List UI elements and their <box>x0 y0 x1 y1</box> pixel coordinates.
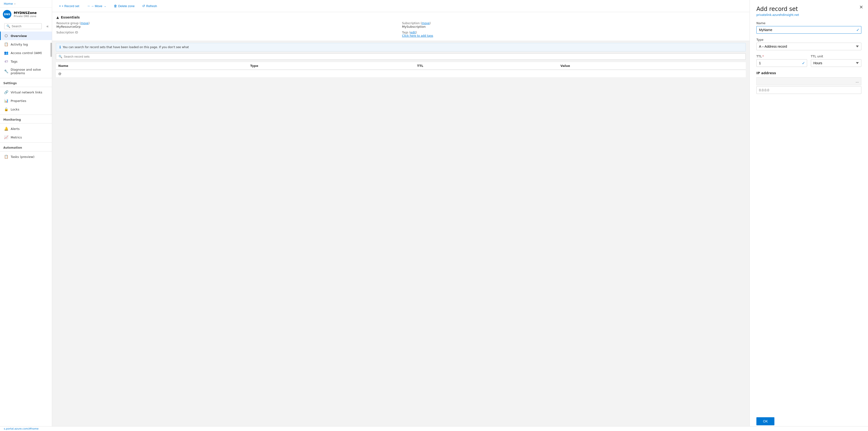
avatar: DNS <box>3 10 11 19</box>
ttl-check-icon: ✓ <box>802 61 805 65</box>
name-check-icon: ✓ <box>857 28 860 32</box>
sidebar-item-label: Access control (IAM) <box>11 51 42 55</box>
vnet-links-icon: 🔗 <box>4 90 8 94</box>
sidebar-nav-activity-log[interactable]: 📋 Activity log <box>0 40 52 49</box>
delete-icon: 🗑 <box>114 4 117 8</box>
subscription-id-item: Subscription ID <box>56 31 400 37</box>
ip-address-input[interactable] <box>756 86 861 94</box>
essentials-section: ▲ Essentials Resource group (move) MyRes… <box>52 12 749 41</box>
refresh-button[interactable]: ↺ Refresh <box>139 2 160 9</box>
cell-type <box>248 70 415 78</box>
ttl-unit-select[interactable]: Seconds Minutes Hours Days <box>811 59 862 67</box>
ttl-form-group: TTL* ✓ <box>756 55 807 67</box>
sidebar-item-label: Overview <box>11 34 27 38</box>
resource-group-item: Resource group (move) MyResourceGrp <box>56 22 400 28</box>
table-header-row: Name Type TTL Value <box>56 62 746 70</box>
metrics-icon: 📈 <box>4 135 8 140</box>
tags-edit-link[interactable]: edit <box>410 31 416 34</box>
delete-zone-button[interactable]: 🗑 Delete zone <box>111 2 138 9</box>
tags-item: Tags (edit) Click here to add tags <box>402 31 745 37</box>
name-form-group: Name ✓ <box>756 21 861 34</box>
subscription-id-label: Subscription ID <box>56 31 400 34</box>
records-area: 🔍 Name Type TTL Value @ <box>52 53 749 431</box>
settings-divider <box>0 78 52 78</box>
sidebar-collapse-button[interactable]: « <box>45 23 50 29</box>
tasks-icon: 📋 <box>4 155 8 159</box>
status-bar: s.portal.azure.com/#home <box>0 426 868 431</box>
sidebar: Home › DNS MYDNSZone Private DNS zone 🔍 … <box>0 0 52 431</box>
sidebar-nav-locks[interactable]: 🔒 Locks <box>0 105 52 114</box>
subscription-move-link[interactable]: move <box>422 22 430 25</box>
sidebar-nav-tasks[interactable]: 📋 Tasks (preview) <box>0 152 52 161</box>
move-icon: → <box>87 4 90 8</box>
name-label: Name <box>756 21 861 25</box>
type-label: Type <box>756 38 861 41</box>
sidebar-item-label: Activity log <box>11 43 28 46</box>
ip-address-label: IP address <box>756 71 861 75</box>
main-content: + + Record set → → Move ⌄ 🗑 Delete zone … <box>52 0 749 431</box>
info-icon: ℹ <box>60 45 61 49</box>
close-panel-button[interactable]: ✕ <box>859 5 863 9</box>
sidebar-item-label: Alerts <box>11 127 20 131</box>
subscription-item: Subscription (move) MySubscription <box>402 22 745 28</box>
ttl-input[interactable] <box>756 59 807 67</box>
sidebar-nav-properties[interactable]: 📊 Properties <box>0 96 52 105</box>
sidebar-nav-vnet-links[interactable]: 🔗 Virtual network links <box>0 88 52 96</box>
ip-more-button[interactable]: ... <box>856 79 859 84</box>
move-button[interactable]: → → Move ⌄ <box>84 2 109 9</box>
sidebar-nav-alerts[interactable]: 🔔 Alerts <box>0 124 52 133</box>
settings-divider2 <box>0 87 52 87</box>
sidebar-nav-tags[interactable]: 🏷 Tags <box>0 57 52 66</box>
essentials-header[interactable]: ▲ Essentials <box>56 16 745 19</box>
sidebar-item-label: Diagnose and solve problems <box>11 68 49 75</box>
monitoring-divider <box>0 115 52 115</box>
essentials-grid: Resource group (move) MyResourceGrp Subs… <box>56 22 745 37</box>
search-record-sets-container: 🔍 <box>56 53 746 60</box>
sidebar-item-label: Properties <box>11 99 26 103</box>
records-table: Name Type TTL Value @ <box>56 62 746 78</box>
info-bar: ℹ You can search for record sets that ha… <box>56 43 746 52</box>
cell-name: @ <box>56 70 248 78</box>
ttl-unit-form-group: TTL unit Seconds Minutes Hours Days <box>811 55 862 67</box>
resource-group-label: Resource group (move) <box>56 22 400 25</box>
add-record-set-button[interactable]: + + Record set <box>56 2 82 9</box>
ok-button[interactable]: OK <box>756 417 774 425</box>
diagnose-icon: 🔧 <box>4 69 8 73</box>
search-icon: 🔍 <box>6 24 10 28</box>
subscription-label: Subscription (move) <box>402 22 745 25</box>
home-link[interactable]: Home <box>4 2 13 5</box>
add-icon: + <box>59 4 61 8</box>
toolbar: + + Record set → → Move ⌄ 🗑 Delete zone … <box>52 0 749 12</box>
name-input[interactable] <box>756 26 861 34</box>
resource-type: Private DNS zone <box>14 15 37 18</box>
sidebar-nav-diagnose[interactable]: 🔧 Diagnose and solve problems <box>0 66 52 77</box>
sidebar-nav-access-control[interactable]: 👥 Access control (IAM) <box>0 49 52 57</box>
cell-ttl <box>415 70 558 78</box>
col-type: Type <box>248 62 415 70</box>
sidebar-nav-overview[interactable]: ⬡ Overview <box>0 32 52 40</box>
col-name: Name <box>56 62 248 70</box>
ttl-row: TTL* ✓ TTL unit Seconds Minutes Hours Da… <box>756 55 861 71</box>
sidebar-nav-metrics[interactable]: 📈 Metrics <box>0 133 52 142</box>
type-select[interactable]: A – Address record AAAA – IPv6 address r… <box>756 43 861 50</box>
move-dropdown-icon: ⌄ <box>104 4 106 8</box>
sidebar-item-label: Locks <box>11 107 19 111</box>
sidebar-item-label: Virtual network links <box>11 91 42 94</box>
sidebar-search-input[interactable] <box>11 24 39 28</box>
ttl-required-star: * <box>762 55 764 58</box>
subscription-value: MySubscription <box>402 25 745 28</box>
ttl-unit-label: TTL unit <box>811 55 862 58</box>
add-tags-link[interactable]: Click here to add tags <box>402 34 745 37</box>
type-form-group: Type A – Address record AAAA – IPv6 addr… <box>756 38 861 50</box>
breadcrumb: Home › <box>0 0 52 8</box>
overview-icon: ⬡ <box>4 34 8 38</box>
search-record-sets-input[interactable] <box>64 55 743 58</box>
resource-group-move-link[interactable]: move <box>81 22 89 25</box>
table-row: @ <box>56 70 746 78</box>
col-ttl: TTL <box>415 62 558 70</box>
properties-icon: 📊 <box>4 99 8 103</box>
ttl-input-wrapper: ✓ <box>756 59 807 67</box>
ttl-label: TTL* <box>756 55 807 58</box>
panel-subtitle: privatelink.azurehdinsight.net <box>756 13 861 17</box>
access-control-icon: 👥 <box>4 51 8 55</box>
